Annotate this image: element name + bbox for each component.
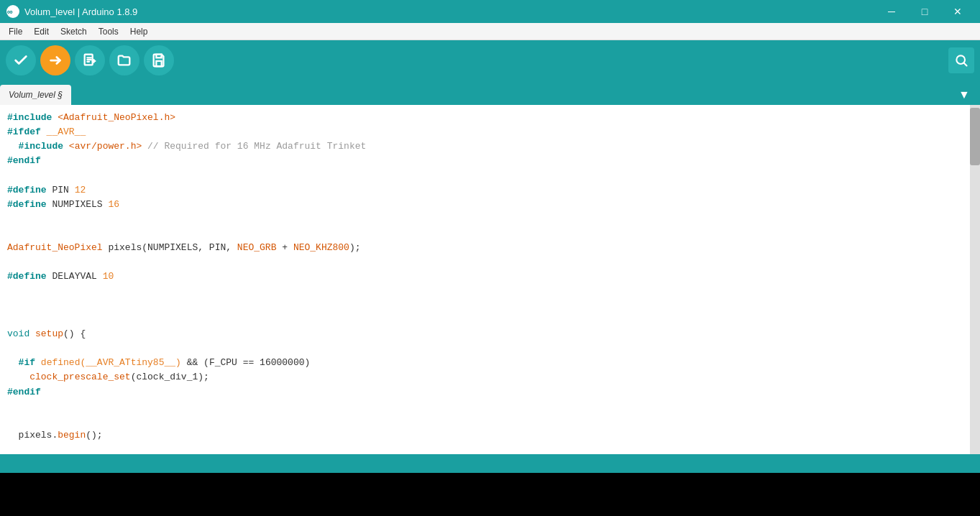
verify-button[interactable] bbox=[6, 45, 36, 75]
code-content: #include <Adafruit_NeoPixel.h> #ifdef __… bbox=[0, 105, 980, 454]
close-button[interactable]: ✕ bbox=[941, 0, 974, 23]
code-line-9 bbox=[7, 226, 966, 241]
save-button[interactable] bbox=[144, 45, 174, 75]
svg-text:∞: ∞ bbox=[7, 7, 13, 16]
arduino-logo-icon: ∞ bbox=[6, 4, 20, 19]
code-line-7: #define NUMPIXELS 16 bbox=[7, 198, 966, 212]
window-controls: ─ □ ✕ bbox=[875, 0, 974, 23]
code-line-10: Adafruit_NeoPixel pixels(NUMPIXELS, PIN,… bbox=[7, 241, 966, 255]
svg-line-12 bbox=[964, 63, 967, 66]
code-line-23: pixels.begin(); bbox=[7, 428, 966, 443]
svg-rect-9 bbox=[156, 55, 161, 58]
menu-tools[interactable]: Tools bbox=[93, 23, 124, 40]
code-line-16: void setup() { bbox=[7, 327, 966, 341]
vertical-scrollbar[interactable] bbox=[970, 105, 980, 454]
menu-edit[interactable]: Edit bbox=[28, 23, 55, 40]
code-line-3: #include <avr/power.h> // Required for 1… bbox=[7, 139, 966, 154]
search-button[interactable] bbox=[948, 47, 974, 73]
code-line-15 bbox=[7, 313, 966, 327]
menu-bar: File Edit Sketch Tools Help bbox=[0, 23, 980, 40]
code-line-5 bbox=[7, 169, 966, 183]
console-area bbox=[0, 473, 980, 516]
code-line-2: #ifdef __AVR__ bbox=[7, 125, 966, 139]
menu-sketch[interactable]: Sketch bbox=[55, 23, 93, 40]
title-bar: ∞ Volum_level | Arduino 1.8.9 ─ □ ✕ bbox=[0, 0, 980, 23]
code-line-21 bbox=[7, 400, 966, 414]
new-button[interactable] bbox=[75, 45, 105, 75]
tab-volum-level[interactable]: Volum_level § bbox=[0, 85, 71, 105]
code-line-6: #define PIN 12 bbox=[7, 183, 966, 198]
status-bar bbox=[0, 454, 980, 473]
code-line-22 bbox=[7, 414, 966, 428]
window-title: Volum_level | Arduino 1.8.9 bbox=[24, 6, 137, 17]
menu-help[interactable]: Help bbox=[124, 23, 154, 40]
code-line-19: clock_prescale_set(clock_div_1); bbox=[7, 370, 966, 384]
maximize-button[interactable]: □ bbox=[908, 0, 941, 23]
tabs: Volum_level § bbox=[0, 85, 73, 105]
code-line-14 bbox=[7, 298, 966, 313]
code-line-13 bbox=[7, 284, 966, 298]
tab-bar: Volum_level § ▼ bbox=[0, 80, 980, 105]
scrollbar-thumb[interactable] bbox=[970, 108, 980, 165]
menu-file[interactable]: File bbox=[3, 23, 28, 40]
code-line-20: #endif bbox=[7, 385, 966, 400]
code-line-8 bbox=[7, 212, 966, 226]
code-line-12: #define DELAYVAL 10 bbox=[7, 269, 966, 284]
upload-button[interactable] bbox=[40, 45, 70, 75]
toolbar bbox=[0, 40, 980, 80]
titlebar-left: ∞ Volum_level | Arduino 1.8.9 bbox=[6, 4, 137, 19]
code-line-18: #if defined(__AVR_ATtiny85__) && (F_CPU … bbox=[7, 356, 966, 370]
code-line-4: #endif bbox=[7, 154, 966, 168]
minimize-button[interactable]: ─ bbox=[875, 0, 908, 23]
tab-dropdown-button[interactable]: ▼ bbox=[957, 85, 977, 105]
code-line-1: #include <Adafruit_NeoPixel.h> bbox=[7, 111, 966, 125]
toolbar-buttons bbox=[6, 45, 174, 75]
svg-rect-8 bbox=[156, 61, 161, 66]
code-editor[interactable]: #include <Adafruit_NeoPixel.h> #ifdef __… bbox=[0, 105, 980, 454]
code-line-17 bbox=[7, 341, 966, 356]
code-line-11 bbox=[7, 255, 966, 269]
open-button[interactable] bbox=[109, 45, 139, 75]
